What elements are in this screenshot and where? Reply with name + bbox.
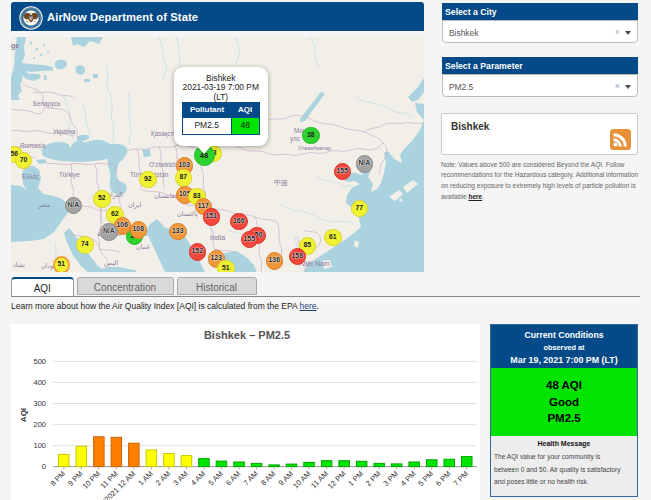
svg-text:200: 200 xyxy=(33,420,46,429)
svg-text:Bishkek – PM2.5: Bishkek – PM2.5 xyxy=(204,329,290,341)
svg-text:Улаанбаатар: Улаанбаатар xyxy=(298,145,331,151)
svg-text:Türkiye: Türkiye xyxy=(59,171,80,179)
svg-text:11 AM: 11 AM xyxy=(309,469,330,490)
svg-text:6 PM: 6 PM xyxy=(434,469,453,488)
svg-text:3 PM: 3 PM xyxy=(381,469,400,488)
svg-text:AQI: AQI xyxy=(19,408,28,422)
svg-text:India: India xyxy=(210,234,225,241)
svg-text:3 AM: 3 AM xyxy=(171,469,189,487)
svg-text:中国: 中国 xyxy=(274,179,288,187)
svg-text:10 PM: 10 PM xyxy=(81,469,103,491)
svg-text:12 PM: 12 PM xyxy=(326,469,348,491)
svg-text:1 PM: 1 PM xyxy=(346,469,365,488)
svg-text:ge: ge xyxy=(11,42,19,50)
svg-text:10 AM: 10 AM xyxy=(291,469,312,490)
svg-text:7 PM: 7 PM xyxy=(451,469,470,488)
svg-text:7 AM: 7 AM xyxy=(241,469,259,487)
svg-text:Україна: Україна xyxy=(53,128,76,136)
svg-text:اليمن: اليمن xyxy=(104,259,118,267)
svg-text:2 AM: 2 AM xyxy=(154,469,172,487)
svg-text:تشاد: تشاد xyxy=(13,261,25,268)
svg-text:5 PM: 5 PM xyxy=(416,469,435,488)
svg-text:300: 300 xyxy=(33,399,46,408)
svg-text:پاکستان: پاکستان xyxy=(177,210,198,218)
svg-text:Беларусь: Беларусь xyxy=(33,100,61,108)
svg-text:улс: улс xyxy=(290,135,300,143)
svg-text:8 PM: 8 PM xyxy=(48,469,67,488)
svg-text:Việt Nam: Việt Nam xyxy=(301,260,330,267)
svg-text:400: 400 xyxy=(33,378,46,387)
svg-text:2 PM: 2 PM xyxy=(364,469,383,488)
svg-text:8 AM: 8 AM xyxy=(259,469,277,487)
svg-text:4 PM: 4 PM xyxy=(399,469,418,488)
svg-text:مصر: مصر xyxy=(37,201,50,209)
svg-text:Romania: Romania xyxy=(20,142,46,149)
svg-text:100: 100 xyxy=(33,441,46,450)
svg-text:4 AM: 4 AM xyxy=(189,469,207,487)
svg-text:ايران: ايران xyxy=(128,201,142,209)
svg-text:0: 0 xyxy=(42,462,46,471)
svg-text:1 AM: 1 AM xyxy=(136,469,154,487)
svg-text:500: 500 xyxy=(33,357,46,366)
svg-text:6 AM: 6 AM xyxy=(224,469,242,487)
svg-text:5 AM: 5 AM xyxy=(206,469,224,487)
svg-text:Ελλάς: Ελλάς xyxy=(22,173,39,181)
